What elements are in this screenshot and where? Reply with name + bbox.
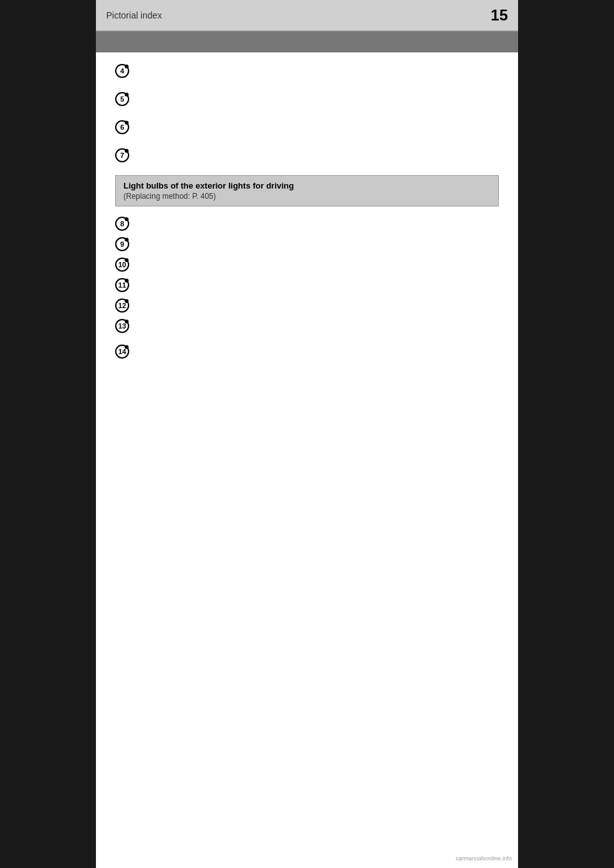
list-item: 4 <box>115 60 499 78</box>
section-title: Light bulbs of the exterior lights for d… <box>123 181 491 190</box>
list-item: 10 <box>115 254 499 272</box>
item-number-8: 8 <box>115 217 129 231</box>
sub-header-bar <box>96 32 518 52</box>
list-item: 12 <box>115 295 499 313</box>
item-number-5: 5 <box>115 92 129 106</box>
list-item: 6 <box>115 116 499 134</box>
item-number-14: 14 <box>115 345 129 359</box>
list-item: 7 <box>115 144 499 162</box>
section-items: 8 9 10 11 12 <box>115 213 499 359</box>
item-number-6: 6 <box>115 120 129 134</box>
section-subtitle: (Replacing method: P. 405) <box>123 192 491 201</box>
header-bar: Pictorial index 15 <box>96 0 518 32</box>
watermark: carmanualsonline.info <box>455 855 512 862</box>
list-item: 13 <box>115 315 499 333</box>
page-title: Pictorial index <box>106 10 162 20</box>
item-number-10: 10 <box>115 258 129 272</box>
page-container: Pictorial index 15 4 5 6 7 Light bulbs o… <box>96 0 518 868</box>
page-number: 15 <box>491 6 508 24</box>
list-item: 8 <box>115 213 499 231</box>
item-number-11: 11 <box>115 278 129 292</box>
item-number-12: 12 <box>115 298 129 313</box>
list-item: 11 <box>115 274 499 292</box>
item-number-4: 4 <box>115 64 129 78</box>
item-number-13: 13 <box>115 319 129 333</box>
section-header: Light bulbs of the exterior lights for d… <box>115 175 499 206</box>
item-number-9: 9 <box>115 237 129 251</box>
list-item: 9 <box>115 233 499 251</box>
item-number-7: 7 <box>115 148 129 162</box>
content-area: 4 5 6 7 Light bulbs of the exterior ligh… <box>96 52 518 369</box>
list-item: 5 <box>115 88 499 106</box>
list-item: 14 <box>115 341 499 359</box>
